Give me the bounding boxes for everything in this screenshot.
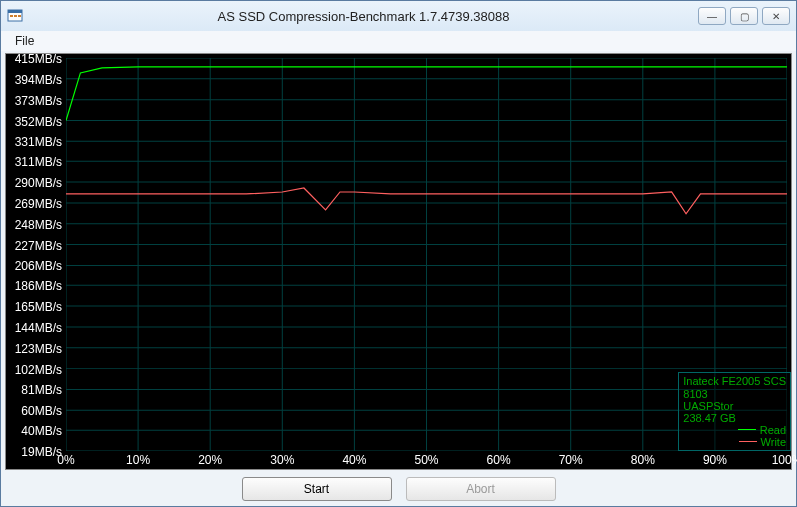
y-tick-label: 352MB/s bbox=[15, 115, 62, 129]
app-icon bbox=[7, 8, 23, 24]
x-tick-label: 60% bbox=[487, 453, 511, 467]
window-title: AS SSD Compression-Benchmark 1.7.4739.38… bbox=[29, 9, 698, 24]
menu-file[interactable]: File bbox=[9, 33, 40, 49]
svg-rect-4 bbox=[18, 15, 21, 17]
x-tick-label: 40% bbox=[342, 453, 366, 467]
window-controls: — ▢ ✕ bbox=[698, 7, 790, 25]
x-tick-label: 10% bbox=[126, 453, 150, 467]
svg-rect-1 bbox=[8, 10, 22, 13]
y-tick-label: 40MB/s bbox=[21, 424, 62, 438]
legend-read: Read bbox=[683, 424, 786, 436]
y-tick-label: 186MB/s bbox=[15, 279, 62, 293]
close-button[interactable]: ✕ bbox=[762, 7, 790, 25]
x-tick-label: 20% bbox=[198, 453, 222, 467]
line-icon bbox=[739, 441, 757, 442]
legend-box: Inateck FE2005 SCS 8103 UASPStor 238.47 … bbox=[678, 372, 791, 451]
chart-area: 19MB/s40MB/s60MB/s81MB/s102MB/s123MB/s14… bbox=[5, 53, 792, 470]
legend-size: 238.47 GB bbox=[683, 412, 786, 424]
y-tick-label: 311MB/s bbox=[15, 155, 62, 169]
x-tick-label: 30% bbox=[270, 453, 294, 467]
legend-write: Write bbox=[683, 436, 786, 448]
y-tick-label: 19MB/s bbox=[21, 445, 62, 459]
x-tick-label: 90% bbox=[703, 453, 727, 467]
start-button[interactable]: Start bbox=[242, 477, 392, 501]
y-tick-label: 144MB/s bbox=[15, 321, 62, 335]
y-tick-label: 227MB/s bbox=[15, 239, 62, 253]
y-tick-label: 394MB/s bbox=[15, 73, 62, 87]
y-tick-label: 60MB/s bbox=[21, 404, 62, 418]
title-bar: AS SSD Compression-Benchmark 1.7.4739.38… bbox=[1, 1, 796, 31]
x-tick-label: 50% bbox=[414, 453, 438, 467]
menu-bar: File bbox=[1, 31, 796, 51]
y-tick-label: 248MB/s bbox=[15, 218, 62, 232]
line-icon bbox=[738, 429, 756, 430]
x-tick-label: 100% bbox=[772, 453, 797, 467]
y-tick-label: 415MB/s bbox=[15, 52, 62, 66]
maximize-button[interactable]: ▢ bbox=[730, 7, 758, 25]
svg-rect-3 bbox=[14, 15, 17, 17]
y-tick-label: 206MB/s bbox=[15, 259, 62, 273]
y-tick-label: 165MB/s bbox=[15, 300, 62, 314]
legend-driver: UASPStor bbox=[683, 400, 786, 412]
minimize-button[interactable]: — bbox=[698, 7, 726, 25]
y-tick-label: 290MB/s bbox=[15, 176, 62, 190]
x-tick-label: 0% bbox=[57, 453, 74, 467]
legend-device: Inateck FE2005 SCS bbox=[683, 375, 786, 387]
y-tick-label: 269MB/s bbox=[15, 197, 62, 211]
y-tick-label: 81MB/s bbox=[21, 383, 62, 397]
x-tick-label: 70% bbox=[559, 453, 583, 467]
app-window: AS SSD Compression-Benchmark 1.7.4739.38… bbox=[0, 0, 797, 507]
x-tick-label: 80% bbox=[631, 453, 655, 467]
abort-button[interactable]: Abort bbox=[406, 477, 556, 501]
legend-model: 8103 bbox=[683, 388, 786, 400]
button-bar: Start Abort bbox=[1, 472, 796, 506]
svg-rect-2 bbox=[10, 15, 13, 17]
y-axis-labels: 19MB/s40MB/s60MB/s81MB/s102MB/s123MB/s14… bbox=[6, 58, 66, 451]
y-tick-label: 331MB/s bbox=[15, 135, 62, 149]
y-tick-label: 373MB/s bbox=[15, 94, 62, 108]
x-axis-labels: 0%10%20%30%40%50%60%70%80%90%100% bbox=[66, 451, 787, 469]
y-tick-label: 123MB/s bbox=[15, 342, 62, 356]
y-tick-label: 102MB/s bbox=[15, 363, 62, 377]
